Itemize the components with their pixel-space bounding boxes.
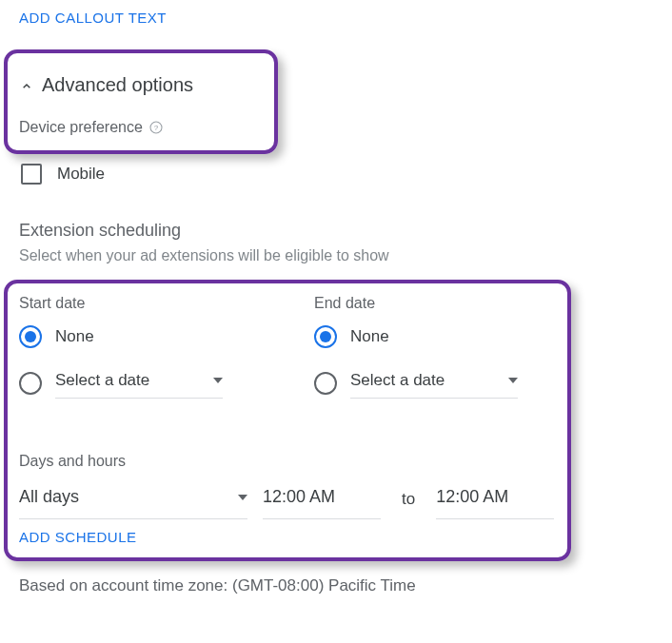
end-date-label: End date <box>314 295 548 312</box>
days-and-hours-title: Days and hours <box>19 453 126 470</box>
mobile-checkbox-row[interactable]: Mobile <box>21 164 105 185</box>
end-date-column: End date None Select a date <box>314 295 548 418</box>
start-date-select-radio[interactable]: Select a date <box>19 367 253 399</box>
add-schedule-button[interactable]: ADD SCHEDULE <box>19 529 137 545</box>
help-icon[interactable]: ? <box>148 120 164 135</box>
start-date-select-label: Select a date <box>55 371 149 390</box>
time-from-input[interactable]: 12:00 AM <box>263 479 381 519</box>
timezone-note: Based on account time zone: (GMT-08:00) … <box>19 576 416 595</box>
days-select[interactable]: All days <box>19 479 247 519</box>
start-date-select-field[interactable]: Select a date <box>55 367 223 399</box>
device-preference-label: Device preference ? <box>19 119 164 136</box>
end-date-none-label: None <box>350 327 389 346</box>
end-date-select-field[interactable]: Select a date <box>350 367 518 399</box>
start-date-column: Start date None Select a date <box>19 295 253 418</box>
start-date-label: Start date <box>19 295 253 312</box>
end-date-none-radio[interactable]: None <box>314 325 548 348</box>
days-select-value: All days <box>19 487 79 507</box>
mobile-checkbox[interactable] <box>21 164 42 185</box>
to-label: to <box>396 490 421 509</box>
radio-unselected-icon <box>19 372 42 395</box>
extension-scheduling-subtitle: Select when your ad extensions will be e… <box>19 247 389 264</box>
extension-scheduling-title: Extension scheduling <box>19 221 181 241</box>
annotation-highlight-1 <box>4 49 278 154</box>
chevron-up-icon <box>19 79 32 92</box>
radio-selected-icon <box>19 325 42 348</box>
start-date-none-label: None <box>55 327 94 346</box>
add-callout-text-button[interactable]: ADD CALLOUT TEXT <box>0 0 186 35</box>
advanced-options-title: Advanced options <box>42 74 193 96</box>
caret-down-icon <box>508 378 518 383</box>
caret-down-icon <box>238 495 247 500</box>
device-preference-text: Device preference <box>19 119 143 136</box>
mobile-label: Mobile <box>57 165 105 184</box>
caret-down-icon <box>213 378 223 383</box>
advanced-options-toggle[interactable]: Advanced options <box>19 74 193 96</box>
end-date-select-label: Select a date <box>350 371 445 390</box>
end-date-select-radio[interactable]: Select a date <box>314 367 548 399</box>
time-to-input[interactable]: 12:00 AM <box>436 479 554 519</box>
radio-selected-icon <box>314 325 337 348</box>
start-date-none-radio[interactable]: None <box>19 325 253 348</box>
radio-unselected-icon <box>314 372 337 395</box>
svg-text:?: ? <box>154 124 159 132</box>
